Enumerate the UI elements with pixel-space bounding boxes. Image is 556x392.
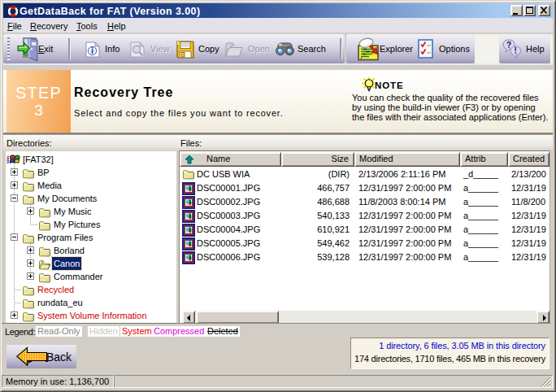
svg-text:!: ! xyxy=(515,46,517,55)
svg-text:?: ? xyxy=(506,41,511,50)
